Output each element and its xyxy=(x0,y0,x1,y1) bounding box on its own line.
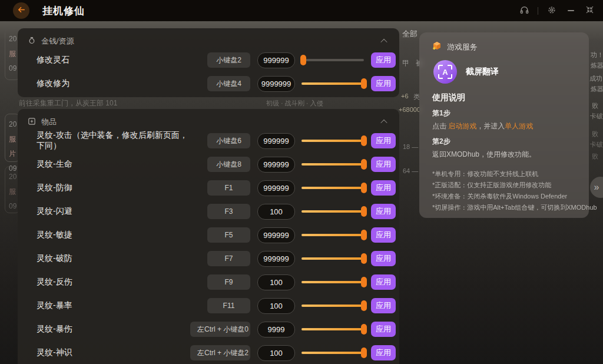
page-title: 挂机修仙 xyxy=(42,4,85,18)
bg-fragment: 卡破碎 xyxy=(590,112,603,121)
value-input[interactable]: 100 xyxy=(257,345,295,361)
hotkey-button[interactable]: 小键盘8 xyxy=(207,157,250,172)
double-chevron-right-icon: » xyxy=(594,182,599,193)
hotkey-button[interactable]: F3 xyxy=(207,204,250,219)
minimize-button[interactable] xyxy=(565,5,576,16)
value-input[interactable]: 100 xyxy=(257,204,295,220)
slider-thumb[interactable] xyxy=(361,206,367,217)
slider-fill xyxy=(302,210,364,213)
value-slider[interactable] xyxy=(302,230,364,240)
hotkey-button[interactable]: 小键盘4 xyxy=(207,76,250,91)
value-slider[interactable] xyxy=(302,253,364,264)
apply-button[interactable]: 应用 xyxy=(371,76,396,91)
slider-thumb[interactable] xyxy=(361,277,367,287)
collapse-section-button[interactable] xyxy=(379,37,389,46)
notes-list: *单机专用：修改功能不支持线上联机 *正版适配：仅支持正版游戏使用修改功能 *环… xyxy=(432,168,576,213)
hotkey-button[interactable]: F11 xyxy=(207,298,250,313)
value-input[interactable]: 999999 xyxy=(257,133,295,149)
slider-thumb[interactable] xyxy=(361,324,367,335)
apply-button[interactable]: 应用 xyxy=(371,298,396,313)
apply-button[interactable]: 应用 xyxy=(371,180,396,196)
slider-thumb[interactable] xyxy=(361,253,367,264)
value-input[interactable]: 9999 xyxy=(257,322,295,337)
value-input[interactable]: 100 xyxy=(257,274,295,290)
translate-letter: A xyxy=(433,60,457,84)
bg-fragment: +68000 xyxy=(399,106,420,113)
value-slider[interactable] xyxy=(302,159,364,170)
hotkey-button[interactable]: 小键盘2 xyxy=(207,52,250,68)
apply-button[interactable]: 应用 xyxy=(371,251,396,266)
apply-button[interactable]: 应用 xyxy=(371,322,396,337)
single-player-link[interactable]: 单人游戏 xyxy=(505,122,533,130)
value-slider[interactable] xyxy=(302,300,364,311)
slider-thumb[interactable] xyxy=(361,348,367,358)
value-slider[interactable] xyxy=(302,277,364,287)
slider-thumb[interactable] xyxy=(300,55,306,65)
hotkey-button[interactable]: F9 xyxy=(207,274,250,290)
slider-fill xyxy=(302,163,364,166)
value-slider[interactable] xyxy=(302,55,364,65)
value-input[interactable]: 999999 xyxy=(257,251,295,267)
cheat-row: 灵纹-防御 F1 999999 应用 xyxy=(18,176,399,200)
section-items: 物品 灵纹-攻击（选中装备，修改后刷新页面，下同） 小键盘6 999999 应用… xyxy=(18,109,399,364)
cheat-label: 灵纹-生命 xyxy=(37,159,190,170)
slider-fill xyxy=(302,59,303,61)
slider-thumb[interactable] xyxy=(361,78,367,89)
value-slider[interactable] xyxy=(302,78,364,89)
cheat-row: 灵纹-暴伤 左Ctrl + 小键盘0 9999 应用 xyxy=(18,317,399,341)
screenshot-translate-item[interactable]: A 截屏翻译 xyxy=(433,60,576,84)
value-input[interactable]: 999999 xyxy=(257,227,295,243)
back-button[interactable] xyxy=(13,2,29,19)
apply-button[interactable]: 应用 xyxy=(371,52,396,68)
slider-thumb[interactable] xyxy=(361,183,367,193)
game-services-panel: 游戏服务 A 截屏翻译 使用说明 第1步 点击 启动游戏，并进入单人游戏 第2步… xyxy=(419,32,589,218)
hotkey-button[interactable]: F7 xyxy=(207,251,250,266)
value-input[interactable]: 999999 xyxy=(257,157,295,173)
apply-button[interactable]: 应用 xyxy=(371,204,396,219)
apply-button[interactable]: 应用 xyxy=(371,227,396,243)
step1-mid: ，并进入 xyxy=(476,122,505,130)
apply-button[interactable]: 应用 xyxy=(371,274,396,290)
slider-thumb[interactable] xyxy=(361,230,367,240)
cheat-row: 灵纹-暴率 F11 100 应用 xyxy=(18,294,399,317)
support-button[interactable] xyxy=(519,5,529,16)
hotkey-button[interactable]: 左Ctrl + 小键盘2 xyxy=(190,345,250,360)
launch-game-link[interactable]: 启动游戏 xyxy=(448,122,476,130)
bg-fragment: 炼器师 xyxy=(591,61,603,70)
slider-thumb[interactable] xyxy=(361,300,367,311)
value-slider[interactable] xyxy=(302,135,364,146)
slider-fill xyxy=(302,328,364,330)
value-input[interactable]: 9999999 xyxy=(257,76,295,92)
settings-button[interactable] xyxy=(546,5,557,16)
hotkey-button[interactable]: F1 xyxy=(207,180,250,196)
collapse-section-button[interactable] xyxy=(379,117,389,127)
value-slider[interactable] xyxy=(302,206,364,217)
hotkey-button[interactable]: F5 xyxy=(207,227,250,243)
cheat-row: 灵纹-生命 小键盘8 999999 应用 xyxy=(18,153,399,176)
value-input[interactable]: 999999 xyxy=(257,180,295,196)
cheat-label: 灵纹-防御 xyxy=(37,183,190,193)
value-slider[interactable] xyxy=(302,324,364,335)
apply-button[interactable]: 应用 xyxy=(371,345,396,360)
section-header: 金钱/资源 xyxy=(18,28,399,48)
cube-icon xyxy=(432,41,442,52)
section-title: 物品 xyxy=(41,117,57,127)
apply-button[interactable]: 应用 xyxy=(371,157,396,172)
value-slider[interactable] xyxy=(302,183,364,193)
slider-thumb[interactable] xyxy=(361,135,367,146)
collapse-window-button[interactable] xyxy=(584,5,595,16)
apply-button[interactable]: 应用 xyxy=(371,133,396,148)
bg-fragment: 炼器师 xyxy=(591,85,603,94)
slider-thumb[interactable] xyxy=(361,159,367,170)
hotkey-button[interactable]: 左Ctrl + 小键盘0 xyxy=(190,322,250,337)
value-slider[interactable] xyxy=(302,348,364,358)
hotkey-button[interactable]: 小键盘6 xyxy=(207,133,250,148)
headphones-icon xyxy=(519,5,529,16)
bg-fragment: 卡破碎 xyxy=(590,140,603,149)
value-input[interactable]: 100 xyxy=(257,298,295,314)
value-input[interactable]: 999999 xyxy=(257,52,295,68)
bg-fragment: 败 xyxy=(592,152,598,161)
money-icon xyxy=(28,37,36,47)
step2-text: 返回XMODhub，使用修改功能。 xyxy=(432,150,576,160)
bg-fragment: +6 xyxy=(401,92,409,100)
